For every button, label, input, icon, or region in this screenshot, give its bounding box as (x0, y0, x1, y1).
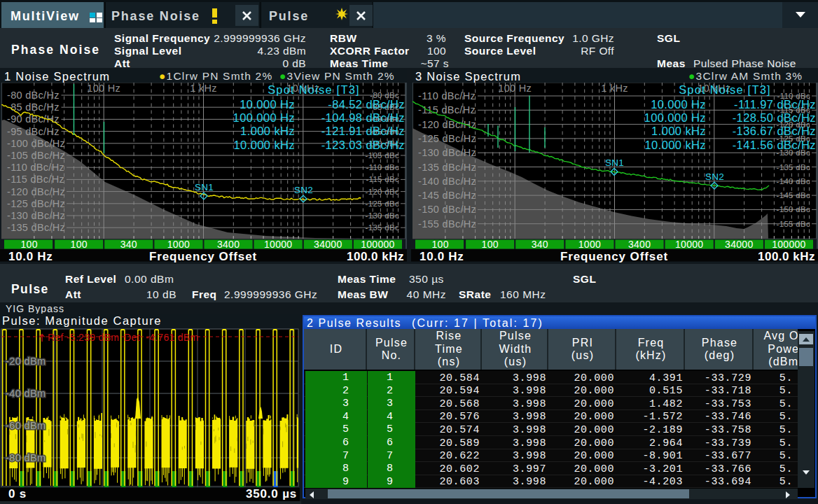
svg-text:0 s: 0 s (8, 487, 27, 500)
svg-text:-150 dBc: -150 dBc (777, 205, 810, 214)
svg-text:-40 dBm: -40 dBm (6, 388, 46, 399)
svg-text:34000: 34000 (314, 239, 342, 250)
svg-text:100.000 Hz: 100.000 Hz (644, 111, 706, 124)
svg-text:-84.52 dBc/Hz: -84.52 dBc/Hz (328, 98, 405, 111)
svg-text:100 Hz: 100 Hz (87, 83, 120, 94)
svg-text:-141.56 dBc/Hz: -141.56 dBc/Hz (733, 139, 816, 151)
svg-text:10.000 Hz: 10.000 Hz (651, 98, 706, 111)
svg-text:10.0 Hz: 10.0 Hz (8, 250, 53, 263)
svg-text:10000: 10000 (675, 239, 703, 250)
svg-text:-140 dBc: -140 dBc (777, 177, 810, 186)
svg-text:SN1: SN1 (605, 158, 624, 168)
svg-text:-110 dBc/Hz: -110 dBc/Hz (418, 90, 476, 102)
svg-text:-100 dBc/Hz: -100 dBc/Hz (7, 138, 65, 149)
svg-text:Spot Noise [T3]: Spot Noise [T3] (268, 83, 360, 96)
svg-text:-123.03 dBc/Hz: -123.03 dBc/Hz (321, 139, 405, 151)
svg-text:SN1: SN1 (195, 182, 214, 192)
svg-text:-145 dBc/Hz: -145 dBc/Hz (418, 190, 476, 201)
svg-text:100: 100 (482, 239, 499, 250)
svg-text:340: 340 (532, 239, 548, 250)
svg-text:SN2: SN2 (705, 172, 724, 182)
svg-text:-110 dBc/Hz: -110 dBc/Hz (7, 162, 64, 173)
svg-text:-128.50 dBc/Hz: -128.50 dBc/Hz (733, 111, 816, 124)
svg-text:-105 dBc/Hz: -105 dBc/Hz (7, 150, 65, 161)
svg-text:-155 dBc: -155 dBc (777, 220, 810, 228)
svg-text:10.0 Hz: 10.0 Hz (420, 250, 464, 263)
svg-text:-60 dBm: -60 dBm (6, 420, 46, 431)
svg-text:-121.91 dBc/Hz: -121.91 dBc/Hz (321, 125, 405, 137)
svg-text:-130 dBc/Hz: -130 dBc/Hz (418, 147, 476, 158)
svg-text:1000: 1000 (167, 239, 190, 250)
svg-text:-125 dBc/Hz: -125 dBc/Hz (7, 198, 65, 209)
svg-text:-145 dBc: -145 dBc (777, 191, 810, 200)
svg-text:-111.97 dBc/Hz: -111.97 dBc/Hz (734, 98, 816, 111)
svg-text:-125 dBc: -125 dBc (366, 200, 399, 208)
svg-text:-150 dBc/Hz: -150 dBc/Hz (418, 204, 476, 215)
svg-text:1000: 1000 (578, 239, 601, 250)
svg-text:-115 dBc/Hz: -115 dBc/Hz (7, 174, 64, 185)
svg-text:SN2: SN2 (294, 185, 313, 195)
svg-text:10.000 kHz: 10.000 kHz (234, 139, 295, 151)
svg-text:-110 dBc: -110 dBc (366, 163, 399, 172)
svg-text:3400: 3400 (217, 239, 240, 250)
svg-text:100.0 kHz: 100.0 kHz (758, 250, 815, 263)
svg-text:1 kHz: 1 kHz (190, 83, 217, 94)
svg-text:Det -4.761 dBm: Det -4.761 dBm (124, 332, 198, 343)
svg-text:100: 100 (71, 239, 88, 250)
svg-text:100: 100 (20, 239, 37, 250)
svg-text:-80 dBm: -80 dBm (6, 452, 46, 463)
svg-text:Frequency Offset: Frequency Offset (560, 250, 668, 263)
svg-text:1.000 kHz: 1.000 kHz (240, 125, 295, 137)
svg-text:3400: 3400 (628, 239, 651, 250)
svg-text:10.000 kHz: 10.000 kHz (645, 139, 706, 151)
svg-text:34000: 34000 (725, 239, 753, 250)
svg-text:-120 dBc/Hz: -120 dBc/Hz (418, 119, 476, 130)
svg-text:-125 dBc/Hz: -125 dBc/Hz (418, 133, 476, 144)
svg-text:100: 100 (431, 239, 448, 250)
svg-text:-120 dBc: -120 dBc (366, 188, 399, 196)
svg-text:350.0 µs: 350.0 µs (246, 487, 297, 500)
svg-text:100000: 100000 (361, 239, 395, 250)
svg-text:-135 dBc/Hz: -135 dBc/Hz (7, 222, 65, 233)
svg-text:100 Hz: 100 Hz (498, 83, 532, 94)
svg-text:-135 dBc: -135 dBc (777, 163, 810, 172)
svg-text:340: 340 (120, 239, 137, 250)
svg-text:100.0 kHz: 100.0 kHz (347, 250, 404, 263)
svg-text:-115 dBc: -115 dBc (366, 175, 399, 183)
svg-text:1 kHz: 1 kHz (601, 83, 628, 94)
svg-text:-135 dBc: -135 dBc (366, 223, 399, 232)
svg-text:-130 dBc/Hz: -130 dBc/Hz (7, 210, 65, 221)
svg-text:-20 dBm: -20 dBm (6, 356, 46, 367)
svg-text:-155 dBc/Hz: -155 dBc/Hz (418, 218, 476, 230)
svg-text:1.000 kHz: 1.000 kHz (651, 125, 706, 137)
svg-text:-140 dBc/Hz: -140 dBc/Hz (418, 176, 476, 187)
svg-text:100.000 Hz: 100.000 Hz (233, 111, 295, 124)
svg-text:-105 dBc: -105 dBc (366, 151, 399, 160)
svg-text:10000: 10000 (264, 239, 292, 250)
svg-text:10.000 Hz: 10.000 Hz (240, 98, 295, 111)
svg-text:100000: 100000 (772, 239, 806, 250)
svg-text:-136.67 dBc/Hz: -136.67 dBc/Hz (733, 125, 816, 137)
svg-text:Ref -5.239 dBm: Ref -5.239 dBm (48, 332, 119, 343)
svg-text:-130 dBc: -130 dBc (366, 211, 399, 220)
svg-text:-135 dBc/Hz: -135 dBc/Hz (418, 162, 476, 173)
svg-text:Spot Noise [T3]: Spot Noise [T3] (679, 83, 771, 96)
svg-text:-120 dBc/Hz: -120 dBc/Hz (7, 186, 65, 197)
svg-text:-104.98 dBc/Hz: -104.98 dBc/Hz (321, 111, 405, 124)
svg-text:Frequency Offset: Frequency Offset (149, 250, 257, 263)
